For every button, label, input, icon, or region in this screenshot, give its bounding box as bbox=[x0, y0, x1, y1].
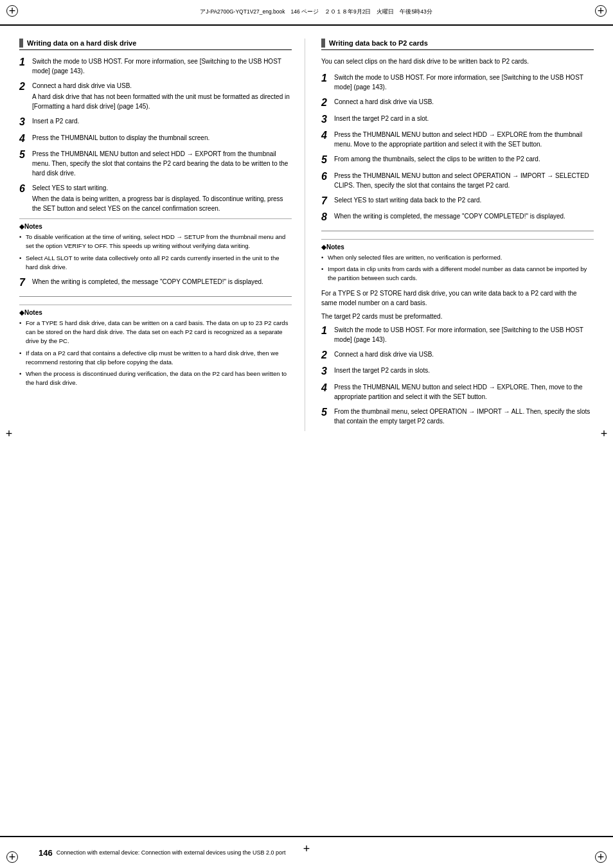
right-step-4-content: Press the THUMBNAIL MENU button and sele… bbox=[334, 130, 594, 149]
right-step-num-4: 4 bbox=[321, 130, 332, 141]
step-3-content: Insert a P2 card. bbox=[32, 116, 292, 126]
corner-mark-tr: + bbox=[595, 5, 607, 17]
header-text: アJ-PA2700G-YQT1V27_eng.book 146 ページ ２０１８… bbox=[200, 8, 432, 16]
right-section-heading: Writing data back to P2 cards bbox=[321, 39, 594, 50]
special-step-4-content: Press the THUMBNAIL MENU button and sele… bbox=[334, 382, 594, 402]
special-step-5: 5 From the thumbnail menu, select OPERAT… bbox=[321, 407, 594, 426]
left-step-4: 4 Press the THUMBNAIL button to display … bbox=[19, 133, 292, 145]
left-notes-mid-list: To disable verification at the time of w… bbox=[19, 233, 292, 272]
right-step-num-5: 5 bbox=[321, 154, 332, 166]
crosshair-icon-bl: + bbox=[9, 851, 16, 864]
step-5-content: Press the THUMBNAIL MENU button and sele… bbox=[32, 149, 292, 178]
left-step-5: 5 Press the THUMBNAIL MENU button and se… bbox=[19, 149, 292, 178]
step-num-4: 4 bbox=[19, 133, 30, 145]
right-step-2-content: Connect a hard disk drive via USB. bbox=[334, 97, 594, 107]
left-step-1: 1 Switch the mode to USB HOST. For more … bbox=[19, 57, 292, 76]
corner-mark-bl: + bbox=[6, 851, 18, 863]
special-step-num-4: 4 bbox=[321, 382, 332, 394]
right-step-6: 6 Press the THUMBNAIL MENU button and se… bbox=[321, 171, 594, 190]
right-divider bbox=[321, 231, 594, 231]
right-column: Writing data back to P2 cards You can se… bbox=[318, 39, 594, 431]
step-num-5: 5 bbox=[19, 149, 30, 161]
left-step-6: 6 Select YES to start writing. When the … bbox=[19, 183, 292, 213]
footer-text: Connection with external device: Connect… bbox=[57, 849, 286, 856]
left-note-mid-1: To disable verification at the time of w… bbox=[19, 233, 292, 251]
special-step-3: 3 Insert the target P2 cards in slots. bbox=[321, 366, 594, 377]
step-2-content: Connect a hard disk drive via USB. A har… bbox=[32, 81, 292, 111]
step-num-2: 2 bbox=[19, 81, 30, 93]
right-step-7-content: Select YES to start writing data back to… bbox=[334, 195, 594, 205]
corner-mark-br: + bbox=[595, 851, 607, 863]
section-bar-left bbox=[19, 39, 23, 48]
special-step-5-content: From the thumbnail menu, select OPERATIO… bbox=[334, 407, 594, 426]
special-intro-1: For a TYPE S or P2 STORE hard disk drive… bbox=[321, 288, 594, 308]
left-step-7: 7 When the writing is completed, the mes… bbox=[19, 277, 292, 288]
top-bar: + アJ-PA2700G-YQT1V27_eng.book 146 ページ ２０… bbox=[0, 0, 613, 26]
right-notes-mid: ◆Notes When only selected files are writ… bbox=[321, 239, 594, 283]
crosshair-icon-left: + bbox=[6, 427, 13, 441]
special-step-1: 1 Switch the mode to USB HOST. For more … bbox=[321, 325, 594, 344]
step-7-content: When the writing is completed, the messa… bbox=[32, 277, 292, 287]
left-note-bottom-2: If data on a P2 card that contains a def… bbox=[19, 349, 292, 368]
bottom-bar: + 146 Connection with external device: C… bbox=[0, 836, 613, 868]
right-note-mid-2: Import data in clip units from cards wit… bbox=[321, 265, 594, 283]
page-number: 146 bbox=[39, 848, 53, 858]
right-step-num-2: 2 bbox=[321, 97, 332, 109]
step-2-sub: A hard disk drive that has not been form… bbox=[32, 92, 292, 111]
crosshair-icon-right: + bbox=[601, 427, 608, 441]
right-section-title: Writing data back to P2 cards bbox=[329, 39, 428, 47]
left-note-mid-2: Select ALL SLOT to write data collective… bbox=[19, 254, 292, 272]
special-step-num-2: 2 bbox=[321, 350, 332, 361]
left-notes-mid-title: ◆Notes bbox=[19, 223, 292, 230]
right-step-3: 3 Insert the target P2 card in a slot. bbox=[321, 114, 594, 125]
main-content: Writing data on a hard disk drive 1 Swit… bbox=[0, 26, 613, 470]
step-4-content: Press the THUMBNAIL button to display th… bbox=[32, 133, 292, 143]
left-divider bbox=[19, 296, 292, 297]
step-6-sub: When the data is being written, a progre… bbox=[32, 194, 292, 213]
special-step-4: 4 Press the THUMBNAIL MENU button and se… bbox=[321, 382, 594, 402]
page-inner: + アJ-PA2700G-YQT1V27_eng.book 146 ページ ２０… bbox=[0, 0, 613, 868]
step-num-6: 6 bbox=[19, 183, 30, 195]
step-num-3: 3 bbox=[19, 116, 30, 128]
right-step-2: 2 Connect a hard disk drive via USB. bbox=[321, 97, 594, 109]
right-step-num-7: 7 bbox=[321, 195, 332, 207]
right-step-8-content: When the writing is completed, the messa… bbox=[334, 211, 594, 221]
special-step-num-5: 5 bbox=[321, 407, 332, 418]
left-step-2: 2 Connect a hard disk drive via USB. A h… bbox=[19, 81, 292, 111]
right-step-1-content: Switch the mode to USB HOST. For more in… bbox=[334, 73, 594, 92]
special-step-2-content: Connect a hard disk drive via USB. bbox=[334, 350, 594, 359]
right-step-7: 7 Select YES to start writing data back … bbox=[321, 195, 594, 207]
right-step-4: 4 Press the THUMBNAIL MENU button and se… bbox=[321, 130, 594, 149]
step-num-7: 7 bbox=[19, 277, 30, 288]
special-step-num-3: 3 bbox=[321, 366, 332, 377]
right-notes-mid-list: When only selected files are written, no… bbox=[321, 253, 594, 283]
left-section-title: Writing data on a hard disk drive bbox=[27, 39, 136, 47]
section-bar-right bbox=[321, 39, 325, 48]
left-section-heading: Writing data on a hard disk drive bbox=[19, 39, 292, 50]
cross-right-mid: + bbox=[598, 428, 610, 441]
crosshair-icon-br: + bbox=[598, 851, 605, 864]
special-step-3-content: Insert the target P2 cards in slots. bbox=[334, 366, 594, 375]
left-notes-bottom: ◆Notes For a TYPE S hard disk drive, dat… bbox=[19, 305, 292, 388]
right-step-8: 8 When the writing is completed, the mes… bbox=[321, 211, 594, 223]
step-num-1: 1 bbox=[19, 57, 30, 68]
right-note-mid-1: When only selected files are written, no… bbox=[321, 253, 594, 262]
left-step-3: 3 Insert a P2 card. bbox=[19, 116, 292, 128]
crosshair-icon-tl: + bbox=[9, 4, 16, 18]
footer-left: 146 Connection with external device: Con… bbox=[39, 848, 285, 858]
special-step-num-1: 1 bbox=[321, 325, 332, 337]
special-step-2: 2 Connect a hard disk drive via USB. bbox=[321, 350, 594, 361]
corner-mark-tl: + bbox=[6, 5, 18, 17]
left-note-bottom-1: For a TYPE S hard disk drive, data can b… bbox=[19, 319, 292, 346]
right-step-1: 1 Switch the mode to USB HOST. For more … bbox=[321, 73, 594, 92]
right-step-num-6: 6 bbox=[321, 171, 332, 182]
step-1-content: Switch the mode to USB HOST. For more in… bbox=[32, 57, 292, 76]
right-step-3-content: Insert the target P2 card in a slot. bbox=[334, 114, 594, 123]
right-step-5-content: From among the thumbnails, select the cl… bbox=[334, 154, 594, 164]
cross-left-mid: + bbox=[3, 428, 15, 441]
right-step-6-content: Press the THUMBNAIL MENU button and sele… bbox=[334, 171, 594, 190]
special-intro-2: The target P2 cards must be preformatted… bbox=[321, 312, 594, 321]
right-intro: You can select clips on the hard disk dr… bbox=[321, 57, 594, 66]
left-column: Writing data on a hard disk drive 1 Swit… bbox=[19, 39, 305, 431]
left-notes-bottom-list: For a TYPE S hard disk drive, data can b… bbox=[19, 319, 292, 388]
